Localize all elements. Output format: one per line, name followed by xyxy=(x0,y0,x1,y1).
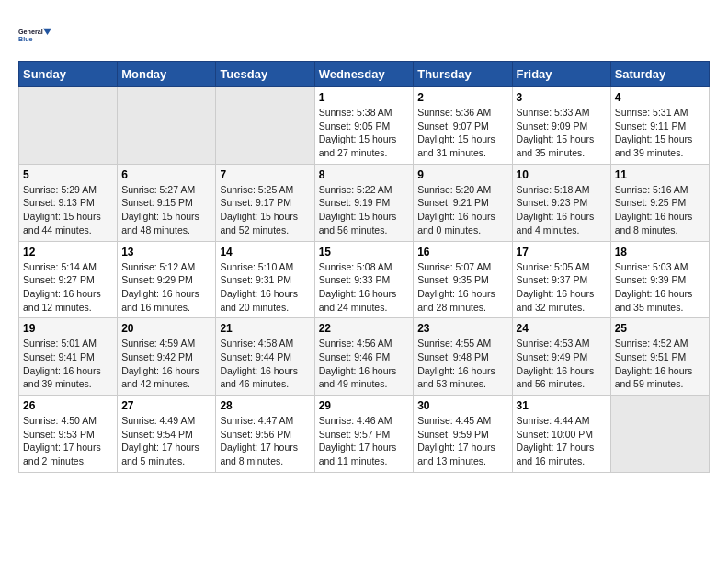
calendar-cell: 1Sunrise: 5:38 AM Sunset: 9:05 PM Daylig… xyxy=(314,87,414,165)
calendar-cell: 13Sunrise: 5:12 AM Sunset: 9:29 PM Dayli… xyxy=(118,241,216,318)
calendar-cell: 4Sunrise: 5:31 AM Sunset: 9:11 PM Daylig… xyxy=(610,87,709,165)
calendar-cell: 17Sunrise: 5:05 AM Sunset: 9:37 PM Dayli… xyxy=(512,241,610,318)
calendar-cell xyxy=(216,87,314,165)
day-number: 10 xyxy=(517,168,607,181)
day-info: Sunrise: 5:31 AM Sunset: 9:11 PM Dayligh… xyxy=(615,106,705,160)
calendar-cell: 7Sunrise: 5:25 AM Sunset: 9:17 PM Daylig… xyxy=(216,164,314,241)
day-number: 30 xyxy=(417,399,507,412)
day-number: 17 xyxy=(517,246,607,259)
svg-marker-2 xyxy=(43,29,51,35)
calendar-cell: 3Sunrise: 5:33 AM Sunset: 9:09 PM Daylig… xyxy=(512,87,610,165)
day-number: 12 xyxy=(23,246,113,259)
calendar-cell: 5Sunrise: 5:29 AM Sunset: 9:13 PM Daylig… xyxy=(19,164,118,241)
day-number: 11 xyxy=(615,168,705,181)
day-info: Sunrise: 4:47 AM Sunset: 9:56 PM Dayligh… xyxy=(220,414,310,468)
week-row-5: 26Sunrise: 4:50 AM Sunset: 9:53 PM Dayli… xyxy=(19,396,710,473)
calendar-cell: 22Sunrise: 4:56 AM Sunset: 9:46 PM Dayli… xyxy=(314,318,414,396)
day-number: 4 xyxy=(615,91,705,104)
day-info: Sunrise: 4:53 AM Sunset: 9:49 PM Dayligh… xyxy=(517,337,607,391)
day-info: Sunrise: 5:25 AM Sunset: 9:17 PM Dayligh… xyxy=(220,183,310,237)
calendar-cell: 18Sunrise: 5:03 AM Sunset: 9:39 PM Dayli… xyxy=(610,241,709,318)
calendar-cell: 16Sunrise: 5:07 AM Sunset: 9:35 PM Dayli… xyxy=(414,241,512,318)
day-number: 14 xyxy=(220,246,310,259)
calendar-cell: 24Sunrise: 4:53 AM Sunset: 9:49 PM Dayli… xyxy=(512,318,610,396)
day-info: Sunrise: 5:22 AM Sunset: 9:19 PM Dayligh… xyxy=(319,183,410,237)
day-info: Sunrise: 5:03 AM Sunset: 9:39 PM Dayligh… xyxy=(615,260,705,315)
calendar-cell: 11Sunrise: 5:16 AM Sunset: 9:25 PM Dayli… xyxy=(610,164,709,241)
svg-text:General: General xyxy=(18,28,43,36)
calendar-cell: 30Sunrise: 4:45 AM Sunset: 9:59 PM Dayli… xyxy=(414,396,512,473)
logo: GeneralBlue xyxy=(18,18,51,52)
day-number: 5 xyxy=(23,168,113,181)
calendar-cell: 10Sunrise: 5:18 AM Sunset: 9:23 PM Dayli… xyxy=(512,164,610,241)
calendar-cell: 8Sunrise: 5:22 AM Sunset: 9:19 PM Daylig… xyxy=(314,164,414,241)
day-info: Sunrise: 4:58 AM Sunset: 9:44 PM Dayligh… xyxy=(220,337,310,391)
day-info: Sunrise: 5:08 AM Sunset: 9:33 PM Dayligh… xyxy=(319,260,410,315)
calendar-cell: 23Sunrise: 4:55 AM Sunset: 9:48 PM Dayli… xyxy=(414,318,512,396)
page-header: GeneralBlue xyxy=(18,18,710,52)
day-number: 1 xyxy=(319,91,410,104)
day-number: 25 xyxy=(615,322,705,335)
day-number: 8 xyxy=(319,168,410,181)
calendar-cell: 27Sunrise: 4:49 AM Sunset: 9:54 PM Dayli… xyxy=(118,396,216,473)
day-info: Sunrise: 5:12 AM Sunset: 9:29 PM Dayligh… xyxy=(121,260,211,315)
calendar-cell: 6Sunrise: 5:27 AM Sunset: 9:15 PM Daylig… xyxy=(118,164,216,241)
day-info: Sunrise: 4:49 AM Sunset: 9:54 PM Dayligh… xyxy=(121,414,211,468)
day-number: 3 xyxy=(517,91,607,104)
day-info: Sunrise: 5:33 AM Sunset: 9:09 PM Dayligh… xyxy=(517,106,607,160)
day-number: 15 xyxy=(319,246,410,259)
weekday-header-monday: Monday xyxy=(118,62,216,87)
day-info: Sunrise: 5:29 AM Sunset: 9:13 PM Dayligh… xyxy=(23,183,113,237)
calendar-cell: 2Sunrise: 5:36 AM Sunset: 9:07 PM Daylig… xyxy=(414,87,512,165)
svg-text:Blue: Blue xyxy=(18,35,33,43)
calendar-cell: 20Sunrise: 4:59 AM Sunset: 9:42 PM Dayli… xyxy=(118,318,216,396)
day-number: 21 xyxy=(220,322,310,335)
day-number: 26 xyxy=(23,399,113,412)
day-number: 19 xyxy=(23,322,113,335)
calendar-cell: 26Sunrise: 4:50 AM Sunset: 9:53 PM Dayli… xyxy=(19,396,118,473)
week-row-3: 12Sunrise: 5:14 AM Sunset: 9:27 PM Dayli… xyxy=(19,241,710,318)
day-info: Sunrise: 5:36 AM Sunset: 9:07 PM Dayligh… xyxy=(417,106,507,160)
weekday-header-tuesday: Tuesday xyxy=(216,62,314,87)
calendar-cell: 12Sunrise: 5:14 AM Sunset: 9:27 PM Dayli… xyxy=(19,241,118,318)
weekday-header-wednesday: Wednesday xyxy=(314,62,414,87)
week-row-4: 19Sunrise: 5:01 AM Sunset: 9:41 PM Dayli… xyxy=(19,318,710,396)
calendar-cell: 14Sunrise: 5:10 AM Sunset: 9:31 PM Dayli… xyxy=(216,241,314,318)
calendar-cell xyxy=(610,396,709,473)
week-row-2: 5Sunrise: 5:29 AM Sunset: 9:13 PM Daylig… xyxy=(19,164,710,241)
weekday-header-friday: Friday xyxy=(512,62,610,87)
day-number: 2 xyxy=(417,91,507,104)
day-number: 13 xyxy=(121,246,211,259)
weekday-header-row: SundayMondayTuesdayWednesdayThursdayFrid… xyxy=(19,62,710,87)
day-info: Sunrise: 5:14 AM Sunset: 9:27 PM Dayligh… xyxy=(23,260,113,315)
calendar-table: SundayMondayTuesdayWednesdayThursdayFrid… xyxy=(18,61,710,473)
calendar-cell xyxy=(19,87,118,165)
weekday-header-thursday: Thursday xyxy=(414,62,512,87)
calendar-cell xyxy=(118,87,216,165)
day-info: Sunrise: 4:44 AM Sunset: 10:00 PM Daylig… xyxy=(517,414,607,468)
logo-icon: GeneralBlue xyxy=(18,18,51,52)
day-number: 28 xyxy=(220,399,310,412)
weekday-header-saturday: Saturday xyxy=(610,62,709,87)
day-number: 29 xyxy=(319,399,410,412)
calendar-cell: 31Sunrise: 4:44 AM Sunset: 10:00 PM Dayl… xyxy=(512,396,610,473)
day-number: 27 xyxy=(121,399,211,412)
day-info: Sunrise: 5:20 AM Sunset: 9:21 PM Dayligh… xyxy=(417,183,507,237)
weekday-header-sunday: Sunday xyxy=(19,62,118,87)
day-info: Sunrise: 4:55 AM Sunset: 9:48 PM Dayligh… xyxy=(417,337,507,391)
day-info: Sunrise: 5:05 AM Sunset: 9:37 PM Dayligh… xyxy=(517,260,607,315)
day-number: 18 xyxy=(615,246,705,259)
calendar-cell: 9Sunrise: 5:20 AM Sunset: 9:21 PM Daylig… xyxy=(414,164,512,241)
week-row-1: 1Sunrise: 5:38 AM Sunset: 9:05 PM Daylig… xyxy=(19,87,710,165)
day-number: 6 xyxy=(121,168,211,181)
day-number: 16 xyxy=(417,246,507,259)
day-number: 22 xyxy=(319,322,410,335)
day-info: Sunrise: 4:45 AM Sunset: 9:59 PM Dayligh… xyxy=(417,414,507,468)
day-info: Sunrise: 5:10 AM Sunset: 9:31 PM Dayligh… xyxy=(220,260,310,315)
day-info: Sunrise: 4:46 AM Sunset: 9:57 PM Dayligh… xyxy=(319,414,410,468)
calendar-cell: 21Sunrise: 4:58 AM Sunset: 9:44 PM Dayli… xyxy=(216,318,314,396)
calendar-cell: 25Sunrise: 4:52 AM Sunset: 9:51 PM Dayli… xyxy=(610,318,709,396)
day-info: Sunrise: 5:27 AM Sunset: 9:15 PM Dayligh… xyxy=(121,183,211,237)
day-info: Sunrise: 5:16 AM Sunset: 9:25 PM Dayligh… xyxy=(615,183,705,237)
day-info: Sunrise: 5:18 AM Sunset: 9:23 PM Dayligh… xyxy=(517,183,607,237)
